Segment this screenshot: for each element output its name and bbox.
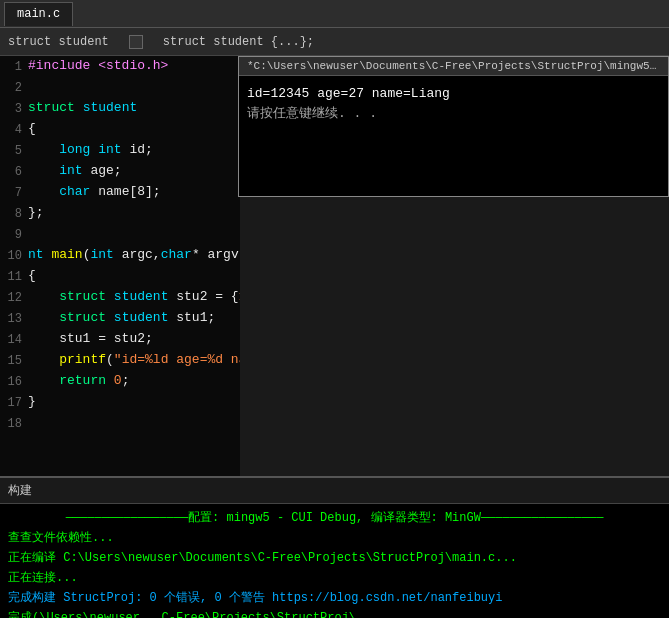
line-code-3: struct student <box>28 98 137 118</box>
line-code-13: struct student stu1; <box>28 308 215 328</box>
line-num-2: 2 <box>0 77 28 98</box>
code-line-11: 11 { <box>0 266 240 287</box>
build-line-2: 正在连接... <box>8 568 661 588</box>
line-num-7: 7 <box>0 182 28 203</box>
code-line-2: 2 <box>0 77 240 98</box>
line-num-17: 17 <box>0 392 28 413</box>
terminal-body: id=12345 age=27 name=Liang 请按任意键继续. . . <box>239 76 668 196</box>
line-code-16: return 0; <box>28 371 129 391</box>
line-code-15: printf("id=%ld age=%d name=%s \n", stu1.… <box>28 350 240 370</box>
code-panel: 1 #include <stdio.h> 2 3 struct student … <box>0 56 240 476</box>
build-content: ─────────────────配置: mingw5 - CUI Debug,… <box>0 504 669 618</box>
code-line-9: 9 <box>0 224 240 245</box>
line-code-12: struct student stu2 = {12345, 27, "Liang… <box>28 287 240 307</box>
tab-label: main.c <box>17 7 60 21</box>
line-code-18 <box>28 413 36 433</box>
code-line-14: 14 stu1 = stu2; <box>0 329 240 350</box>
build-line-4: 完成构建 StructProj: 0 个错误, 0 个警告 https://bl… <box>8 588 661 608</box>
line-num-6: 6 <box>0 161 28 182</box>
code-line-18: 18 <box>0 413 240 434</box>
code-line-17: 17 } <box>0 392 240 413</box>
code-line-6: 6 int age; <box>0 161 240 182</box>
line-num-14: 14 <box>0 329 28 350</box>
line-code-14: stu1 = stu2; <box>28 329 153 349</box>
build-line-0: 查查文件依赖性... <box>8 528 661 548</box>
status-bar: struct student struct student {...}; <box>0 28 669 56</box>
line-code-17: } <box>28 392 36 412</box>
terminal-title-bar: *C:\Users\newuser\Documents\C-Free\Proje… <box>239 57 668 76</box>
line-code-2 <box>28 77 36 97</box>
line-num-8: 8 <box>0 203 28 224</box>
line-num-11: 11 <box>0 266 28 287</box>
tab-bar: main.c <box>0 0 669 28</box>
code-line-15: 15 printf("id=%ld age=%d name=%s \n", st… <box>0 350 240 371</box>
line-num-16: 16 <box>0 371 28 392</box>
line-code-10: nt main(int argc,char* argv[]) <box>28 245 240 265</box>
code-content: 1 #include <stdio.h> 2 3 struct student … <box>0 56 240 434</box>
terminal-popup: *C:\Users\newuser\Documents\C-Free\Proje… <box>238 56 669 197</box>
editor-area: 1 #include <stdio.h> 2 3 struct student … <box>0 56 669 476</box>
struct-symbol-right: struct student {...}; <box>163 35 314 49</box>
line-num-4: 4 <box>0 119 28 140</box>
status-indicator <box>129 35 143 49</box>
struct-name-left: struct student <box>8 35 109 49</box>
build-header: 构建 <box>0 478 669 504</box>
line-code-9 <box>28 224 36 244</box>
code-line-5: 5 long int id; <box>0 140 240 161</box>
code-line-13: 13 struct student stu1; <box>0 308 240 329</box>
line-code-6: int age; <box>28 161 122 181</box>
line-code-1: #include <stdio.h> <box>28 56 168 76</box>
code-line-1: 1 #include <stdio.h> <box>0 56 240 77</box>
terminal-output-line: id=12345 age=27 name=Liang <box>247 84 660 104</box>
code-line-12: 12 struct student stu2 = {12345, 27, "Li… <box>0 287 240 308</box>
code-line-8: 8 }; <box>0 203 240 224</box>
code-line-7: 7 char name[8]; <box>0 182 240 203</box>
line-num-18: 18 <box>0 413 28 434</box>
build-header-label: 构建 <box>8 482 32 499</box>
terminal-prompt-line: 请按任意键继续. . . <box>247 104 660 124</box>
line-num-9: 9 <box>0 224 28 245</box>
line-num-10: 10 <box>0 245 28 266</box>
terminal-title-text: *C:\Users\newuser\Documents\C-Free\Proje… <box>247 60 663 72</box>
build-line-5: 完成(\Users\newuser...C-Free\Projects\Stru… <box>8 608 661 618</box>
line-num-1: 1 <box>0 56 28 77</box>
line-num-3: 3 <box>0 98 28 119</box>
line-code-4: { <box>28 119 36 139</box>
line-code-5: long int id; <box>28 140 153 160</box>
line-num-5: 5 <box>0 140 28 161</box>
build-line-1: 正在编译 C:\Users\newuser\Documents\C-Free\P… <box>8 548 661 568</box>
tab-main-c[interactable]: main.c <box>4 2 73 26</box>
build-separator: ─────────────────配置: mingw5 - CUI Debug,… <box>8 508 661 528</box>
line-num-12: 12 <box>0 287 28 308</box>
line-num-13: 13 <box>0 308 28 329</box>
line-code-7: char name[8]; <box>28 182 161 202</box>
code-line-4: 4 { <box>0 119 240 140</box>
code-line-10: 10 nt main(int argc,char* argv[]) <box>0 245 240 266</box>
code-line-16: 16 return 0; <box>0 371 240 392</box>
line-num-15: 15 <box>0 350 28 371</box>
line-code-8: }; <box>28 203 44 223</box>
code-line-3: 3 struct student <box>0 98 240 119</box>
line-code-11: { <box>28 266 36 286</box>
build-panel: 构建 ─────────────────配置: mingw5 - CUI Deb… <box>0 476 669 618</box>
